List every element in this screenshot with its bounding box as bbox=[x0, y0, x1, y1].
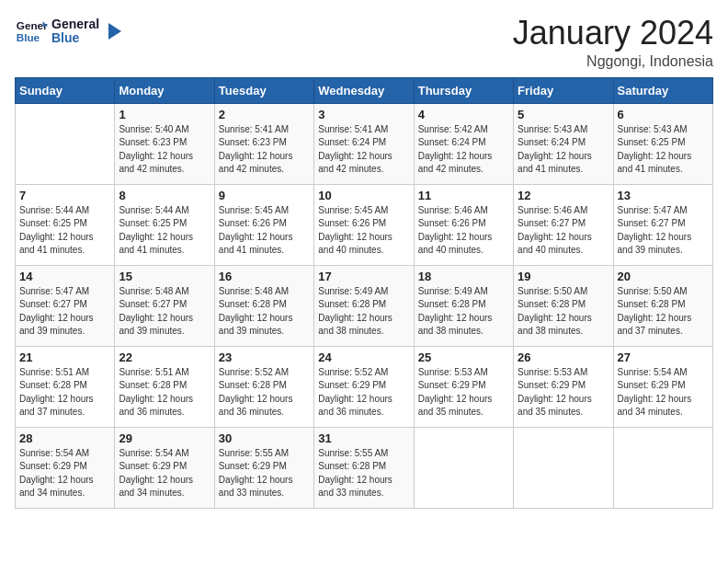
calendar-cell: 16Sunrise: 5:48 AM Sunset: 6:28 PM Dayli… bbox=[214, 265, 313, 346]
week-row-1: 1Sunrise: 5:40 AM Sunset: 6:23 PM Daylig… bbox=[16, 103, 713, 184]
calendar-cell: 6Sunrise: 5:43 AM Sunset: 6:25 PM Daylig… bbox=[613, 103, 712, 184]
day-info: Sunrise: 5:50 AM Sunset: 6:28 PM Dayligh… bbox=[618, 285, 709, 339]
day-info: Sunrise: 5:46 AM Sunset: 6:27 PM Dayligh… bbox=[518, 204, 609, 258]
day-info: Sunrise: 5:43 AM Sunset: 6:25 PM Dayligh… bbox=[618, 123, 709, 177]
logo-arrow-icon bbox=[103, 21, 123, 41]
calendar-cell: 18Sunrise: 5:49 AM Sunset: 6:28 PM Dayli… bbox=[414, 265, 513, 346]
calendar-cell: 10Sunrise: 5:45 AM Sunset: 6:26 PM Dayli… bbox=[314, 184, 414, 265]
day-number: 8 bbox=[119, 189, 210, 202]
day-number: 23 bbox=[219, 350, 310, 364]
day-number: 15 bbox=[119, 270, 210, 283]
day-number: 31 bbox=[318, 431, 409, 445]
calendar-body: 1Sunrise: 5:40 AM Sunset: 6:23 PM Daylig… bbox=[16, 103, 713, 508]
day-info: Sunrise: 5:45 AM Sunset: 6:26 PM Dayligh… bbox=[318, 204, 409, 258]
week-row-2: 7Sunrise: 5:44 AM Sunset: 6:25 PM Daylig… bbox=[16, 184, 713, 265]
day-number: 5 bbox=[518, 108, 609, 121]
day-info: Sunrise: 5:53 AM Sunset: 6:29 PM Dayligh… bbox=[518, 366, 609, 419]
day-number: 25 bbox=[418, 350, 509, 364]
day-number: 2 bbox=[219, 108, 310, 121]
day-info: Sunrise: 5:55 AM Sunset: 6:28 PM Dayligh… bbox=[318, 447, 409, 500]
calendar-cell: 23Sunrise: 5:52 AM Sunset: 6:28 PM Dayli… bbox=[214, 346, 313, 427]
day-number: 20 bbox=[618, 270, 709, 283]
day-info: Sunrise: 5:54 AM Sunset: 6:29 PM Dayligh… bbox=[19, 447, 110, 500]
day-number: 9 bbox=[219, 189, 310, 202]
calendar-cell: 14Sunrise: 5:47 AM Sunset: 6:27 PM Dayli… bbox=[16, 265, 115, 346]
day-number: 6 bbox=[618, 108, 709, 121]
calendar-cell: 31Sunrise: 5:55 AM Sunset: 6:28 PM Dayli… bbox=[314, 427, 414, 508]
day-number: 11 bbox=[418, 189, 509, 202]
day-info: Sunrise: 5:47 AM Sunset: 6:27 PM Dayligh… bbox=[19, 285, 110, 339]
weekday-header-wednesday: Wednesday bbox=[314, 77, 414, 103]
day-info: Sunrise: 5:49 AM Sunset: 6:28 PM Dayligh… bbox=[318, 285, 409, 339]
day-number: 12 bbox=[518, 189, 609, 202]
weekday-header-monday: Monday bbox=[115, 77, 214, 103]
day-info: Sunrise: 5:50 AM Sunset: 6:28 PM Dayligh… bbox=[518, 285, 609, 339]
calendar-cell: 9Sunrise: 5:45 AM Sunset: 6:26 PM Daylig… bbox=[214, 184, 313, 265]
day-info: Sunrise: 5:41 AM Sunset: 6:23 PM Dayligh… bbox=[219, 123, 310, 177]
day-number: 18 bbox=[418, 270, 509, 283]
day-number: 22 bbox=[119, 350, 210, 364]
day-number: 10 bbox=[318, 189, 409, 202]
calendar-cell: 3Sunrise: 5:41 AM Sunset: 6:24 PM Daylig… bbox=[314, 103, 414, 184]
calendar-cell: 27Sunrise: 5:54 AM Sunset: 6:29 PM Dayli… bbox=[613, 346, 712, 427]
day-number: 7 bbox=[19, 189, 110, 202]
calendar-cell: 22Sunrise: 5:51 AM Sunset: 6:28 PM Dayli… bbox=[115, 346, 214, 427]
day-info: Sunrise: 5:46 AM Sunset: 6:26 PM Dayligh… bbox=[418, 204, 509, 258]
day-number: 27 bbox=[618, 350, 709, 364]
calendar-subtitle: Nggongi, Indonesia bbox=[513, 53, 713, 70]
day-info: Sunrise: 5:51 AM Sunset: 6:28 PM Dayligh… bbox=[19, 366, 110, 419]
weekday-header-friday: Friday bbox=[514, 77, 613, 103]
day-number: 28 bbox=[19, 431, 110, 445]
week-row-5: 28Sunrise: 5:54 AM Sunset: 6:29 PM Dayli… bbox=[16, 427, 713, 508]
weekday-header-tuesday: Tuesday bbox=[214, 77, 313, 103]
logo-blue-text: Blue bbox=[51, 31, 99, 45]
title-block: January 2024 Nggongi, Indonesia bbox=[513, 15, 713, 70]
day-number: 30 bbox=[219, 431, 310, 445]
day-info: Sunrise: 5:41 AM Sunset: 6:24 PM Dayligh… bbox=[318, 123, 409, 177]
calendar-cell bbox=[514, 427, 613, 508]
calendar-cell: 19Sunrise: 5:50 AM Sunset: 6:28 PM Dayli… bbox=[514, 265, 613, 346]
calendar-cell: 15Sunrise: 5:48 AM Sunset: 6:27 PM Dayli… bbox=[115, 265, 214, 346]
day-info: Sunrise: 5:55 AM Sunset: 6:29 PM Dayligh… bbox=[219, 447, 310, 500]
day-info: Sunrise: 5:48 AM Sunset: 6:28 PM Dayligh… bbox=[219, 285, 310, 339]
svg-text:Blue: Blue bbox=[17, 31, 40, 43]
calendar-cell: 1Sunrise: 5:40 AM Sunset: 6:23 PM Daylig… bbox=[115, 103, 214, 184]
day-number: 24 bbox=[318, 350, 409, 364]
calendar-cell: 21Sunrise: 5:51 AM Sunset: 6:28 PM Dayli… bbox=[16, 346, 115, 427]
weekday-header-thursday: Thursday bbox=[414, 77, 513, 103]
calendar-cell: 25Sunrise: 5:53 AM Sunset: 6:29 PM Dayli… bbox=[414, 346, 513, 427]
calendar-cell: 13Sunrise: 5:47 AM Sunset: 6:27 PM Dayli… bbox=[613, 184, 712, 265]
day-number: 19 bbox=[518, 270, 609, 283]
calendar-cell: 5Sunrise: 5:43 AM Sunset: 6:24 PM Daylig… bbox=[514, 103, 613, 184]
day-number: 26 bbox=[518, 350, 609, 364]
day-number: 3 bbox=[318, 108, 409, 121]
day-info: Sunrise: 5:53 AM Sunset: 6:29 PM Dayligh… bbox=[418, 366, 509, 419]
day-info: Sunrise: 5:51 AM Sunset: 6:28 PM Dayligh… bbox=[119, 366, 210, 419]
day-number: 21 bbox=[19, 350, 110, 364]
day-info: Sunrise: 5:47 AM Sunset: 6:27 PM Dayligh… bbox=[618, 204, 709, 258]
calendar-cell: 28Sunrise: 5:54 AM Sunset: 6:29 PM Dayli… bbox=[16, 427, 115, 508]
week-row-3: 14Sunrise: 5:47 AM Sunset: 6:27 PM Dayli… bbox=[16, 265, 713, 346]
day-info: Sunrise: 5:45 AM Sunset: 6:26 PM Dayligh… bbox=[219, 204, 310, 258]
calendar-cell: 17Sunrise: 5:49 AM Sunset: 6:28 PM Dayli… bbox=[314, 265, 414, 346]
calendar-cell: 20Sunrise: 5:50 AM Sunset: 6:28 PM Dayli… bbox=[613, 265, 712, 346]
weekday-row: SundayMondayTuesdayWednesdayThursdayFrid… bbox=[16, 77, 713, 103]
calendar-table: SundayMondayTuesdayWednesdayThursdayFrid… bbox=[15, 77, 713, 509]
calendar-cell: 24Sunrise: 5:52 AM Sunset: 6:29 PM Dayli… bbox=[314, 346, 414, 427]
calendar-cell: 7Sunrise: 5:44 AM Sunset: 6:25 PM Daylig… bbox=[16, 184, 115, 265]
calendar-header: SundayMondayTuesdayWednesdayThursdayFrid… bbox=[16, 77, 713, 103]
day-info: Sunrise: 5:54 AM Sunset: 6:29 PM Dayligh… bbox=[618, 366, 709, 419]
calendar-cell: 11Sunrise: 5:46 AM Sunset: 6:26 PM Dayli… bbox=[414, 184, 513, 265]
logo: General Blue General Blue bbox=[15, 15, 123, 48]
day-info: Sunrise: 5:40 AM Sunset: 6:23 PM Dayligh… bbox=[119, 123, 210, 177]
calendar-cell: 26Sunrise: 5:53 AM Sunset: 6:29 PM Dayli… bbox=[514, 346, 613, 427]
day-info: Sunrise: 5:44 AM Sunset: 6:25 PM Dayligh… bbox=[19, 204, 110, 258]
day-number: 1 bbox=[119, 108, 210, 121]
calendar-cell: 4Sunrise: 5:42 AM Sunset: 6:24 PM Daylig… bbox=[414, 103, 513, 184]
day-info: Sunrise: 5:48 AM Sunset: 6:27 PM Dayligh… bbox=[119, 285, 210, 339]
day-info: Sunrise: 5:42 AM Sunset: 6:24 PM Dayligh… bbox=[418, 123, 509, 177]
calendar-cell: 2Sunrise: 5:41 AM Sunset: 6:23 PM Daylig… bbox=[214, 103, 313, 184]
calendar-title: January 2024 bbox=[513, 15, 713, 52]
day-info: Sunrise: 5:52 AM Sunset: 6:28 PM Dayligh… bbox=[219, 366, 310, 419]
day-number: 17 bbox=[318, 270, 409, 283]
